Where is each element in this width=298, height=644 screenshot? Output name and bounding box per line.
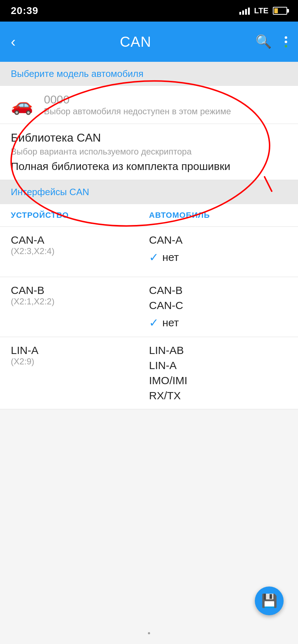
- save-fab-button[interactable]: 💾: [255, 586, 284, 615]
- car-icon: 🚗: [11, 95, 33, 115]
- table-row: CAN-A (X2:3,X2:4) CAN-A ✓ нет: [0, 227, 298, 277]
- car-model-value: 0000: [44, 93, 287, 106]
- table-header: УСТРОЙСТВО АВТОМОБИЛЬ: [0, 204, 298, 227]
- car-section-label: Выберите модель автомобиля: [11, 68, 144, 79]
- library-section: Библиотека CAN Выбор варианта используем…: [0, 124, 298, 180]
- car-section-header: Выберите модель автомобиля: [0, 62, 298, 86]
- device-col-canb: CAN-B (X2:1,X2:2): [11, 284, 149, 307]
- signal-icon: [239, 7, 250, 15]
- car-option-canb-1[interactable]: CAN-B: [149, 284, 287, 296]
- car-selector-row[interactable]: 🚗 0000 Выбор автомобиля недоступен в это…: [0, 86, 298, 124]
- table-row: CAN-B (X2:1,X2:2) CAN-B CAN-C ✓ нет: [0, 277, 298, 337]
- status-bar: 20:39 LTE: [0, 0, 298, 22]
- library-subtitle: Выбор варианта используемого дескриптора: [11, 147, 287, 157]
- app-bar: ‹ CAN 🔍: [0, 22, 298, 62]
- status-time: 20:39: [11, 5, 39, 17]
- device-name-cana: CAN-A: [11, 234, 149, 246]
- bottom-indicator: [148, 632, 150, 634]
- more-options-button[interactable]: [285, 36, 287, 47]
- checkmark-cana: ✓: [149, 250, 159, 264]
- save-icon: 💾: [261, 593, 277, 608]
- car-info: 0000 Выбор автомобиля недоступен в этом …: [44, 93, 287, 116]
- car-option-lina-3[interactable]: IMO/IMI: [149, 374, 287, 387]
- car-option-canb-2[interactable]: CAN-C: [149, 299, 287, 312]
- checkmark-canb: ✓: [149, 316, 159, 330]
- device-pins-cana: (X2:3,X2:4): [11, 246, 149, 256]
- car-option-lina-4[interactable]: RX/TX: [149, 390, 287, 402]
- car-option-lina-2[interactable]: LIN-A: [149, 359, 287, 372]
- device-name-lina: LIN-A: [11, 344, 149, 356]
- car-col-canb: CAN-B CAN-C ✓ нет: [149, 284, 287, 330]
- car-option-cana-none[interactable]: нет: [162, 251, 179, 263]
- interfaces-section-label: Интерфейсы CAN: [11, 187, 89, 197]
- lte-label: LTE: [254, 6, 268, 15]
- car-col-cana: CAN-A ✓ нет: [149, 234, 287, 264]
- status-icons: LTE: [239, 6, 287, 15]
- device-col-lina: LIN-A (X2:9): [11, 344, 149, 367]
- device-name-canb: CAN-B: [11, 284, 149, 296]
- search-button[interactable]: 🔍: [256, 34, 272, 49]
- bottom-bar: [0, 622, 298, 644]
- library-value[interactable]: Полная библиотека из комплекта прошивки: [11, 160, 287, 172]
- car-option-cana-1[interactable]: CAN-A: [149, 234, 287, 246]
- app-bar-actions: 🔍: [256, 34, 287, 49]
- car-option-lina-1[interactable]: LIN-AB: [149, 344, 287, 356]
- device-col-cana: CAN-A (X2:3,X2:4): [11, 234, 149, 256]
- car-unavailable-text: Выбор автомобиля недоступен в этом режим…: [44, 106, 287, 116]
- col-car-label: АВТОМОБИЛЬ: [149, 211, 287, 220]
- device-pins-canb: (X2:1,X2:2): [11, 296, 149, 307]
- car-option-canb-none[interactable]: нет: [162, 317, 179, 329]
- app-bar-title: CAN: [120, 34, 151, 50]
- table-row: LIN-A (X2:9) LIN-AB LIN-A IMO/IMI RX/TX: [0, 337, 298, 409]
- back-button[interactable]: ‹: [11, 34, 15, 50]
- col-device-label: УСТРОЙСТВО: [11, 211, 149, 220]
- interfaces-section-header: Интерфейсы CAN: [0, 180, 298, 204]
- battery-icon: [273, 7, 287, 15]
- interface-table: УСТРОЙСТВО АВТОМОБИЛЬ CAN-A (X2:3,X2:4) …: [0, 204, 298, 409]
- library-title: Библиотека CAN: [11, 131, 287, 144]
- device-pins-lina: (X2:9): [11, 356, 149, 367]
- car-col-lina: LIN-AB LIN-A IMO/IMI RX/TX: [149, 344, 287, 402]
